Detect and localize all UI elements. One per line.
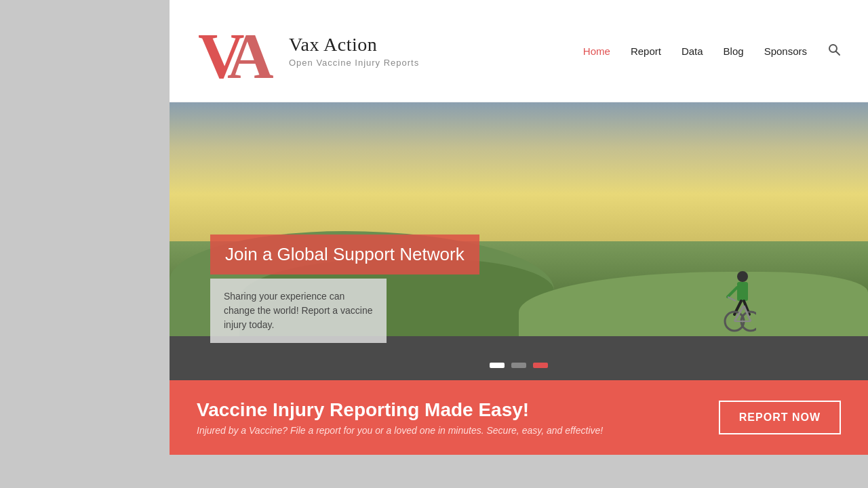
carousel-dot-2[interactable]	[511, 363, 526, 368]
nav-sponsors[interactable]: Sponsors	[764, 45, 807, 57]
nav-report[interactable]: Report	[631, 45, 661, 57]
svg-line-3	[836, 52, 840, 56]
nav-blog[interactable]: Blog	[724, 45, 744, 57]
slide-description: Sharing your experience can change the w…	[224, 291, 372, 330]
slide-desc-box: Sharing your experience can change the w…	[210, 279, 387, 343]
hero-section: Join a Global Support Network Sharing yo…	[170, 102, 868, 380]
site-title: Vax Action	[289, 34, 419, 56]
logo-area: V A Vax Action Open Vaccine Injury Repor…	[197, 14, 419, 88]
carousel-dot-1[interactable]	[490, 363, 505, 368]
nav-home[interactable]: Home	[583, 45, 610, 57]
svg-line-14	[728, 297, 736, 301]
site-header: V A Vax Action Open Vaccine Injury Repor…	[170, 0, 868, 102]
slide-title: Join a Global Support Network	[225, 244, 465, 264]
hero-sky	[170, 102, 868, 256]
cta-title: Vaccine Injury Reporting Made Easy!	[197, 399, 719, 421]
carousel-dot-3[interactable]	[533, 363, 548, 368]
logo-text-block: Vax Action Open Vaccine Injury Reports	[289, 34, 419, 68]
carousel-dots	[490, 363, 548, 368]
report-now-button[interactable]: REPORT NOW	[719, 401, 841, 434]
site-logo: V A	[197, 14, 278, 88]
nav-data[interactable]: Data	[682, 45, 703, 57]
main-nav: Home Report Data Blog Sponsors	[583, 43, 841, 59]
svg-line-6	[728, 287, 737, 297]
site-tagline: Open Vaccine Injury Reports	[289, 58, 419, 68]
search-icon[interactable]	[827, 43, 841, 59]
svg-point-4	[737, 271, 748, 282]
page-wrapper: V A Vax Action Open Vaccine Injury Repor…	[170, 0, 868, 455]
cta-text-block: Vaccine Injury Reporting Made Easy! Inju…	[197, 399, 719, 436]
slide-title-box: Join a Global Support Network	[210, 235, 479, 274]
svg-text:A: A	[227, 20, 274, 88]
cyclist-figure	[722, 268, 756, 343]
cta-subtitle: Injured by a Vaccine? File a report for …	[197, 425, 719, 436]
svg-rect-5	[737, 282, 748, 301]
cta-banner: Vaccine Injury Reporting Made Easy! Inju…	[170, 380, 868, 455]
